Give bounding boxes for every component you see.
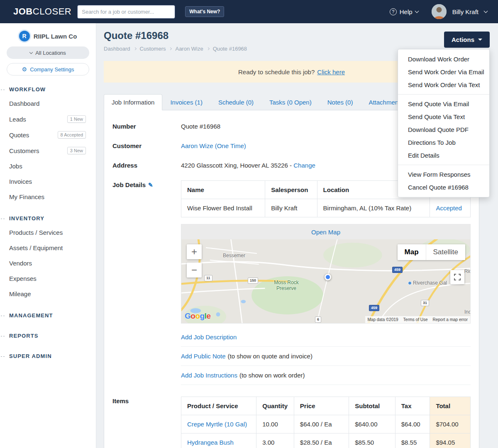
sidebar-item-assets-equipment[interactable]: Assets / Equipment bbox=[0, 240, 96, 256]
map-zoom-out-button[interactable] bbox=[187, 263, 202, 278]
sidebar-item-jobs[interactable]: Jobs bbox=[0, 158, 96, 174]
tab-tasks[interactable]: Tasks (0 Open) bbox=[261, 94, 320, 110]
chevron-down-icon bbox=[484, 9, 488, 13]
sidebar-item-leads[interactable]: Leads 1 New bbox=[0, 111, 96, 127]
add-job-description-link[interactable]: Add Job Description bbox=[181, 334, 237, 341]
chevron-right-icon bbox=[169, 47, 172, 50]
sidebar: R RIIPL Lawn Co All Locations Company Se… bbox=[0, 23, 96, 448]
section-header-management[interactable]: MANAGEMENT bbox=[0, 309, 96, 322]
menu-download-quote-pdf[interactable]: Download Quote PDF bbox=[398, 123, 489, 136]
address-label: Address bbox=[112, 161, 181, 169]
user-avatar[interactable] bbox=[432, 4, 447, 19]
add-public-note-link[interactable]: Add Public Note bbox=[181, 353, 226, 360]
breadcrumb-customers[interactable]: Customers bbox=[140, 46, 166, 52]
col-quantity: Quantity bbox=[256, 397, 294, 415]
map-label-riverchase: Riverchase Gal bbox=[408, 280, 447, 286]
menu-edit-details[interactable]: Edit Details bbox=[398, 149, 489, 162]
customers-badge: 3 New bbox=[67, 147, 86, 154]
item-subtotal: $640.00 bbox=[349, 415, 395, 433]
add-job-instructions-link[interactable]: Add Job Instructions bbox=[181, 372, 237, 379]
item-subtotal: $85.50 bbox=[349, 433, 395, 448]
job-name-cell: Wise Flower Bed Install bbox=[181, 199, 265, 217]
map-fullscreen-button[interactable] bbox=[450, 270, 464, 284]
breadcrumb-customer-name[interactable]: Aaron Wize bbox=[175, 46, 203, 52]
sidebar-item-my-finances[interactable]: My Finances bbox=[0, 189, 96, 205]
sidebar-item-mileage[interactable]: Mileage bbox=[0, 286, 96, 302]
open-map-link[interactable]: Open Map bbox=[311, 229, 340, 236]
menu-send-quote-text[interactable]: Send Quote Via Text bbox=[398, 110, 489, 123]
sidebar-item-customers[interactable]: Customers 3 New bbox=[0, 143, 96, 158]
help-menu[interactable]: Help bbox=[390, 8, 418, 15]
caret-down-icon bbox=[478, 39, 482, 41]
address-change-link[interactable]: Change bbox=[293, 162, 315, 169]
menu-send-work-order-email[interactable]: Send Work Order Via Email bbox=[398, 66, 489, 78]
job-table-row: Wise Flower Bed Install Billy Kraft Birm… bbox=[181, 199, 471, 217]
sidebar-item-expenses[interactable]: Expenses bbox=[0, 271, 96, 286]
map-canvas[interactable]: Map Satellite 11 150 459 459 bbox=[181, 239, 470, 323]
help-label: Help bbox=[400, 8, 413, 15]
customer-type-link[interactable]: (One Time) bbox=[215, 142, 246, 149]
item-tax: $8.55 bbox=[395, 433, 430, 448]
item-quantity: 10.00 bbox=[256, 415, 294, 433]
map-label-moss-rock: Moss Rock Preserve bbox=[270, 280, 303, 292]
map-zoom-in-button[interactable] bbox=[187, 244, 202, 259]
company-settings-button[interactable]: Company Settings bbox=[7, 63, 89, 75]
job-col-salesperson: Salesperson bbox=[265, 181, 317, 199]
route-shield-31: 31 bbox=[421, 300, 429, 306]
item-product-link[interactable]: Crepe Myrtle (10 Gal) bbox=[187, 421, 247, 428]
section-header-workflow: WORKFLOW bbox=[0, 83, 96, 96]
leads-badge: 1 New bbox=[67, 115, 86, 123]
all-locations-dropdown[interactable]: All Locations bbox=[7, 46, 89, 59]
satellite-view-button[interactable]: Satellite bbox=[426, 244, 465, 260]
map-view-button[interactable]: Map bbox=[398, 244, 426, 260]
sidebar-item-products-services[interactable]: Products / Services bbox=[0, 225, 96, 240]
menu-directions-to-job[interactable]: Directions To Job bbox=[398, 136, 489, 149]
menu-download-work-order[interactable]: Download Work Order bbox=[398, 53, 489, 66]
tab-invoices[interactable]: Invoices (1) bbox=[162, 94, 210, 110]
chevron-down-icon bbox=[29, 50, 33, 54]
item-total: $94.05 bbox=[430, 433, 471, 448]
sidebar-item-dashboard[interactable]: Dashboard bbox=[0, 96, 96, 111]
app-logo: JOBCLOSER bbox=[13, 6, 71, 17]
sidebar-item-invoices[interactable]: Invoices bbox=[0, 174, 96, 189]
edit-pencil-icon[interactable] bbox=[146, 181, 153, 188]
google-logo: Google bbox=[185, 312, 210, 321]
route-shield-459-bottom: 459 bbox=[369, 305, 379, 311]
actions-button[interactable]: Actions bbox=[444, 32, 490, 48]
terms-of-use-link[interactable]: Terms of Use bbox=[403, 317, 428, 322]
menu-cancel-quote[interactable]: Cancel Quote #16968 bbox=[398, 181, 489, 194]
col-tax: Tax bbox=[395, 397, 430, 415]
whats-new-button[interactable]: What's New? bbox=[185, 6, 224, 17]
customer-link[interactable]: Aaron Wize bbox=[181, 142, 213, 149]
chevron-right-icon bbox=[134, 47, 137, 50]
search-input[interactable] bbox=[77, 5, 175, 19]
breadcrumb: Dashboard Customers Aaron Wize Quote #16… bbox=[104, 46, 247, 52]
job-status-link[interactable]: Accepted bbox=[436, 205, 462, 212]
item-product-link[interactable]: Hydrangea Bush bbox=[187, 439, 234, 446]
section-header-reports[interactable]: REPORTS bbox=[0, 329, 96, 342]
menu-send-quote-email[interactable]: Send Quote Via Email bbox=[398, 97, 489, 110]
schedule-click-here-link[interactable]: Click here bbox=[317, 68, 345, 75]
section-header-super-admin[interactable]: SUPER ADMIN bbox=[0, 350, 96, 363]
menu-send-work-order-text[interactable]: Send Work Order Via Text bbox=[398, 78, 489, 91]
map-label-ric: Ric bbox=[464, 268, 470, 274]
address-value: 4220 Glasscott Xing, Hoover AL 35226 - bbox=[181, 162, 292, 169]
tab-notes[interactable]: Notes (0) bbox=[320, 94, 361, 110]
item-price: $28.50 / Ea bbox=[294, 433, 349, 448]
route-shield-459-top: 459 bbox=[392, 267, 403, 273]
tab-job-information[interactable]: Job Information bbox=[104, 94, 162, 110]
breadcrumb-dashboard[interactable]: Dashboard bbox=[104, 46, 130, 52]
map-location-marker bbox=[325, 274, 331, 280]
items-label: Items bbox=[112, 397, 181, 448]
report-map-error-link[interactable]: Report a map error bbox=[433, 317, 468, 322]
tab-schedule[interactable]: Schedule (0) bbox=[210, 94, 261, 110]
menu-view-form-responses[interactable]: View Form Responses bbox=[398, 168, 489, 181]
user-name[interactable]: Billy Kraft bbox=[452, 8, 478, 15]
job-location-cell: Birmingham, AL (10% Tax Rate) bbox=[317, 199, 430, 217]
col-subtotal: Subtotal bbox=[349, 397, 395, 415]
sidebar-item-quotes[interactable]: Quotes 8 Accepted bbox=[0, 127, 96, 143]
map-label-inc: Inc bbox=[464, 309, 470, 315]
job-col-name: Name bbox=[181, 181, 265, 199]
route-shield-150: 150 bbox=[248, 278, 258, 284]
sidebar-item-vendors[interactable]: Vendors bbox=[0, 256, 96, 271]
